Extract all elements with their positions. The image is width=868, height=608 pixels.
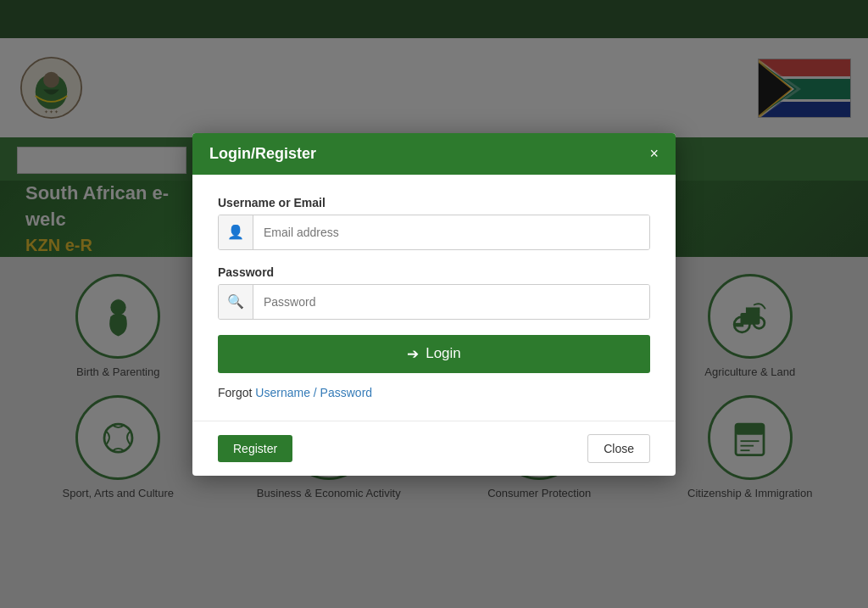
password-label: Password [218,265,650,279]
login-label: Login [426,345,461,362]
login-modal: Login/Register × Username or Email 👤 Pas… [192,133,676,476]
modal-close-x-button[interactable]: × [649,146,659,161]
login-icon: ➔ [407,345,419,363]
password-input-wrapper: 🔍 [218,284,650,320]
modal-title: Login/Register [209,145,316,163]
register-button[interactable]: Register [218,435,292,462]
modal-footer: Register Close [192,421,676,476]
modal-body: Username or Email 👤 Password 🔍 ➔ Login [192,175,676,421]
password-input[interactable] [253,285,649,319]
modal-header: Login/Register × [192,133,676,175]
username-group: Username or Email 👤 [218,196,650,250]
user-icon: 👤 [219,215,253,249]
lock-icon: 🔍 [219,285,253,319]
password-group: Password 🔍 [218,265,650,320]
username-input-wrapper: 👤 [218,215,650,250]
modal-overlay: Login/Register × Username or Email 👤 Pas… [0,0,868,608]
forgot-link[interactable]: Username / Password [255,386,372,399]
username-label: Username or Email [218,196,650,209]
forgot-text: Forgot Username / Password [218,386,650,399]
close-button[interactable]: Close [587,434,650,463]
username-input[interactable] [253,215,649,249]
login-button[interactable]: ➔ Login [218,335,650,373]
